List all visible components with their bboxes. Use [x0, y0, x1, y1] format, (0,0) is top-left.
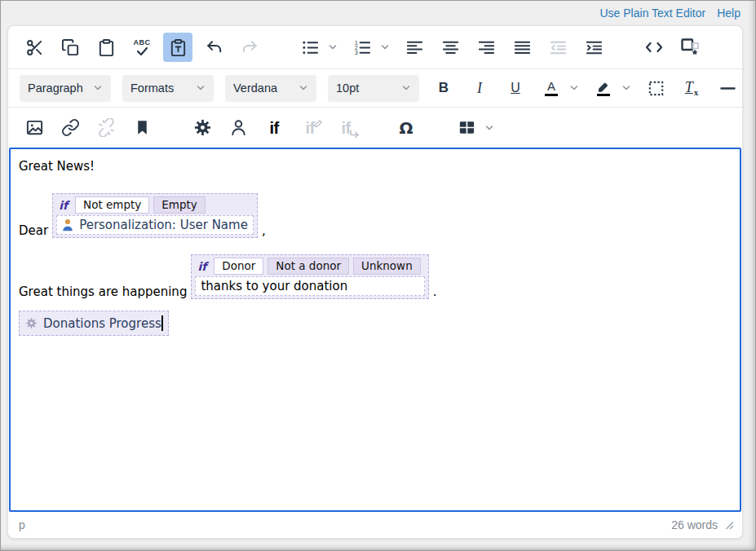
- highlight-color-split-button: [589, 73, 634, 103]
- font-family-select[interactable]: Verdana: [225, 75, 316, 102]
- condition-tab-unknown[interactable]: Unknown: [353, 258, 421, 275]
- anchor-button[interactable]: [127, 113, 157, 143]
- use-plain-text-editor-link[interactable]: Use Plain Text Editor: [600, 7, 706, 20]
- align-center-icon: [441, 38, 460, 57]
- highlight-color-button[interactable]: [589, 73, 618, 103]
- numbered-list-dropdown[interactable]: [377, 33, 393, 62]
- element-path: p: [19, 518, 25, 531]
- justify-button[interactable]: [507, 33, 537, 62]
- conditional-widget-donor[interactable]: if Donor Not a donor Unknown thanks to y…: [191, 254, 428, 299]
- copy-button[interactable]: [55, 33, 85, 62]
- insert-image-button[interactable]: [20, 113, 49, 143]
- heading-paragraph: Great News!: [19, 159, 732, 174]
- arrow-icon: [350, 130, 360, 139]
- conditional-content: thanks to your donation: [195, 276, 424, 296]
- chevron-down-icon: [401, 83, 411, 93]
- spellcheck-button[interactable]: ABC: [127, 33, 157, 62]
- paste-as-text-button[interactable]: [163, 33, 192, 62]
- formats-select[interactable]: Formats: [122, 75, 214, 102]
- conditional-widget-username[interactable]: if Not empty Empty Personalization: User…: [52, 193, 258, 238]
- bold-icon: B: [439, 80, 449, 96]
- insert-link-button[interactable]: [55, 113, 85, 143]
- clear-formatting-button[interactable]: Tx: [677, 73, 706, 103]
- block-format-select[interactable]: Paragraph: [20, 75, 111, 102]
- condition-tab-not-a-donor[interactable]: Not a donor: [267, 258, 349, 275]
- indent-button[interactable]: [579, 33, 608, 62]
- outdent-button[interactable]: [543, 33, 573, 62]
- text-color-button[interactable]: A: [537, 73, 566, 103]
- underline-button[interactable]: U: [501, 73, 530, 103]
- copy-icon: [61, 38, 80, 57]
- table-button[interactable]: [452, 113, 481, 143]
- horizontal-rule-button[interactable]: [713, 73, 742, 103]
- bold-button[interactable]: B: [429, 73, 458, 103]
- chevron-down-icon: [298, 83, 308, 93]
- comma-text: ,: [262, 223, 266, 238]
- rich-text-editor: ABC: [7, 25, 743, 539]
- italic-button[interactable]: I: [465, 73, 494, 103]
- align-right-button[interactable]: [471, 33, 501, 62]
- if-label: if: [59, 199, 68, 212]
- font-size-value: 10pt: [336, 82, 359, 95]
- editor-content-area[interactable]: Great News! Dear if Not empty Empty Pers…: [9, 148, 741, 512]
- if-icon: if: [269, 120, 278, 136]
- visual-blocks-icon: [647, 79, 665, 98]
- conditional-remove-button[interactable]: if: [331, 113, 360, 143]
- highlight-color-swatch: [597, 94, 610, 97]
- toolbar-row-1: ABC: [8, 26, 742, 69]
- template-icon: [680, 37, 700, 57]
- donations-progress-widget[interactable]: Donations Progress: [19, 311, 169, 336]
- visual-blocks-button[interactable]: [641, 73, 670, 103]
- italic-icon: I: [477, 80, 482, 97]
- font-size-select[interactable]: 10pt: [328, 75, 419, 102]
- horizontal-rule-icon: [718, 79, 737, 98]
- chevron-down-icon: [380, 42, 390, 52]
- numbered-list-icon: 123: [353, 38, 372, 57]
- person-icon: [229, 118, 248, 137]
- numbered-list-button[interactable]: 123: [347, 33, 377, 62]
- gear-small-icon: [25, 317, 38, 329]
- paste-icon: [97, 38, 116, 57]
- clear-formatting-icon: Tx: [685, 79, 699, 98]
- source-code-button[interactable]: [639, 33, 669, 62]
- if-icon: if: [305, 120, 314, 136]
- template-button[interactable]: [675, 33, 705, 62]
- table-dropdown[interactable]: [481, 113, 497, 143]
- bullet-list-button[interactable]: [295, 33, 325, 62]
- bullet-list-dropdown[interactable]: [325, 33, 341, 62]
- condition-tab-donor[interactable]: Donor: [214, 258, 263, 275]
- paste-button[interactable]: [91, 33, 121, 62]
- align-right-icon: [477, 38, 496, 57]
- conditional-header: if Not empty Empty: [56, 196, 254, 214]
- cut-button[interactable]: [20, 33, 49, 62]
- unlink-button[interactable]: [91, 113, 121, 143]
- person-small-icon: [62, 218, 73, 231]
- chevron-down-icon: [569, 83, 579, 93]
- highlight-color-dropdown[interactable]: [618, 73, 634, 103]
- text-color-dropdown[interactable]: [566, 73, 582, 103]
- font-family-value: Verdana: [233, 82, 277, 95]
- undo-button[interactable]: [199, 33, 228, 62]
- merge-field-button[interactable]: [188, 113, 217, 143]
- align-left-button[interactable]: [400, 33, 429, 62]
- text-color-split-button: A: [537, 73, 582, 103]
- condition-tab-not-empty[interactable]: Not empty: [75, 196, 149, 214]
- conditional-insert-button[interactable]: if: [259, 113, 289, 143]
- align-center-button[interactable]: [435, 33, 465, 62]
- dear-paragraph: Dear if Not empty Empty Personalization:…: [19, 193, 732, 238]
- condition-tab-empty[interactable]: Empty: [153, 196, 206, 214]
- formats-value: Formats: [130, 82, 174, 95]
- personalization-button[interactable]: [223, 113, 253, 143]
- bullet-list-split-button: [295, 33, 341, 62]
- text-color-swatch: [545, 94, 558, 97]
- conditional-edit-button[interactable]: if: [295, 113, 325, 143]
- block-format-value: Paragraph: [28, 82, 83, 95]
- dear-text: Dear: [19, 223, 48, 238]
- spellcheck-icon: ABC: [134, 39, 151, 56]
- resize-handle-icon[interactable]: [724, 520, 734, 530]
- page: Use Plain Text Editor Help ABC: [0, 0, 756, 551]
- align-left-icon: [405, 38, 424, 57]
- help-link[interactable]: Help: [717, 7, 741, 20]
- special-character-button[interactable]: Ω: [391, 113, 421, 143]
- redo-button[interactable]: [235, 33, 264, 62]
